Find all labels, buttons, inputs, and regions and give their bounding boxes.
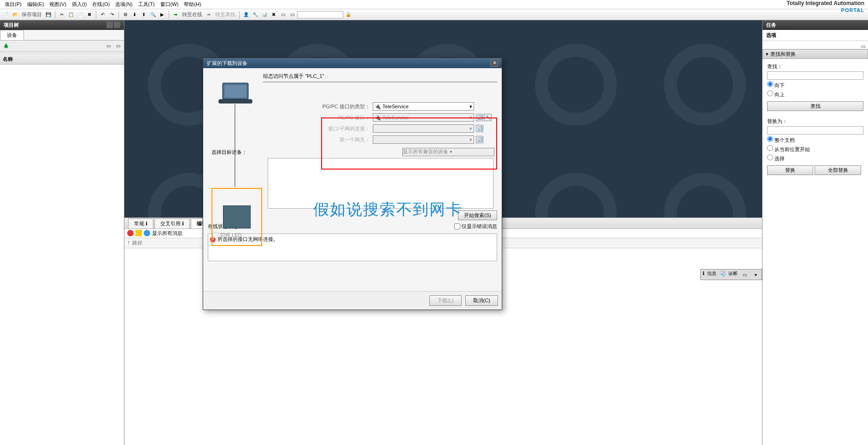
warning-filter-icon[interactable] <box>135 230 142 236</box>
tb-icon-2[interactable]: 🔧 <box>251 11 259 19</box>
go-online-button[interactable]: 转至在线 <box>181 11 204 18</box>
save-project-button[interactable]: 保存项目 <box>20 11 43 18</box>
menu-insert[interactable]: 插入(I) <box>69 0 89 9</box>
tab-crossref[interactable]: 交叉引用 ℹ <box>154 218 190 228</box>
tab-diagnostics[interactable]: 诊断 <box>728 270 738 279</box>
search-icon[interactable]: 🔍 <box>149 11 157 19</box>
redo-icon[interactable]: ↷ <box>108 11 116 19</box>
radio-down[interactable] <box>767 81 773 87</box>
tree-icon[interactable]: 🌲 <box>2 42 10 50</box>
cancel-button[interactable]: 取消(C) <box>465 295 498 306</box>
panel-collapse-icon[interactable] <box>114 22 120 28</box>
tb-icon-1[interactable]: 👤 <box>242 11 250 19</box>
replace-input[interactable] <box>767 126 863 135</box>
download-button[interactable]: 下载(L) <box>429 295 461 306</box>
tab-general[interactable]: 常规 ℹ <box>128 218 153 228</box>
delete-icon[interactable]: ✖ <box>85 11 94 19</box>
tree-header-name: 名称 <box>0 54 124 64</box>
menu-project[interactable]: 项目(P) <box>2 0 24 9</box>
gateway-label: 第一个网关： <box>322 136 373 143</box>
dialog-titlebar[interactable]: 扩展的下载到设备 ✕ <box>203 58 502 68</box>
find-replace-header[interactable]: ▾查找和替换 <box>762 49 868 59</box>
menu-bar: 项目(P) 编辑(E) 视图(V) 插入(I) 在线(O) 选项(N) 工具(T… <box>0 0 868 9</box>
radio-whole-doc[interactable] <box>767 136 773 142</box>
plug-icon: 🔌 <box>375 104 381 110</box>
interface-type-label: PG/PC 接口的类型： <box>322 103 373 110</box>
start-search-button[interactable]: 开始搜索(S) <box>458 211 497 220</box>
brand-sub-label: PORTAL <box>841 7 864 13</box>
tasks-title: 任务 <box>762 20 868 30</box>
connection-line <box>235 104 235 187</box>
project-search-input[interactable] <box>297 11 343 18</box>
download-dialog: 扩展的下载到设备 ✕ 组态访问节点属于 "PLC_1" PG/PC 接口的类型：… <box>203 58 502 310</box>
config-icon[interactable]: 🔧 <box>484 114 492 121</box>
refresh-icon[interactable]: 🔄 <box>476 114 483 121</box>
tb-icon-6[interactable]: ▭ <box>288 11 296 19</box>
find-label: 查找： <box>767 63 863 70</box>
go-offline-arrow-icon[interactable]: ➡ <box>205 11 213 19</box>
close-icon[interactable]: ✕ <box>491 59 498 67</box>
interface-type-combo[interactable]: 🔌 TeleService▾ <box>373 102 474 111</box>
copy-icon[interactable]: 📋 <box>67 11 75 19</box>
go-offline-button[interactable]: 转至离线 <box>214 11 237 18</box>
connection-label: 接口/子网的连接： <box>322 125 373 132</box>
inspector-tabs: ℹ信息 🩺诊断 ▭ ▾ <box>700 269 762 280</box>
tree-tb-icon-2[interactable]: ▭ <box>114 42 122 50</box>
dialog-title: 扩展的下载到设备 <box>207 60 247 67</box>
tab-info-icon[interactable]: ℹ <box>703 270 704 279</box>
replace-label: 替换为： <box>767 118 863 125</box>
tb-icon-4[interactable]: ✖ <box>270 11 278 19</box>
radio-from-current[interactable] <box>767 145 773 151</box>
show-all-messages[interactable]: 显示所有消息 <box>152 230 182 237</box>
brand-label: Totally Integrated Automation <box>786 0 864 6</box>
flash-led-checkbox[interactable] <box>212 232 218 238</box>
menu-tools[interactable]: 工具(T) <box>135 0 158 9</box>
menu-window[interactable]: 窗口(W) <box>158 0 182 9</box>
tb-icon-5[interactable]: ▭ <box>279 11 287 19</box>
lock-icon[interactable]: 🔒 <box>344 11 352 19</box>
refresh-icon[interactable]: 🔄 <box>476 136 483 143</box>
upload-icon[interactable]: ⬆ <box>140 11 148 19</box>
svg-rect-1 <box>224 85 246 98</box>
paste-icon[interactable]: 📄 <box>76 11 84 19</box>
new-project-icon[interactable]: 📄 <box>2 11 10 19</box>
info-filter-icon[interactable] <box>144 230 150 236</box>
target-filter-combo[interactable]: 显示所有兼容的设备 ▾ <box>402 148 494 156</box>
compile-icon[interactable]: ⚙ <box>121 11 129 19</box>
menu-options[interactable]: 选项(N) <box>112 0 135 9</box>
replace-button[interactable]: 替换 <box>767 165 813 175</box>
radio-up[interactable] <box>767 90 773 96</box>
menu-online[interactable]: 在线(O) <box>89 0 112 9</box>
tab-info[interactable]: 信息 <box>707 270 716 279</box>
gateway-combo[interactable]: ▾ <box>373 135 474 144</box>
menu-help[interactable]: 帮助(H) <box>181 0 204 9</box>
connection-combo[interactable]: ▾ <box>373 124 474 133</box>
radio-selection[interactable] <box>767 154 773 160</box>
info-icon: ℹ <box>146 221 147 226</box>
tree-tb-icon[interactable]: ▭ <box>104 42 112 50</box>
panel-btn-icon[interactable] <box>106 22 113 28</box>
menu-view[interactable]: 视图(V) <box>47 0 69 9</box>
devices-tab[interactable]: 设备 <box>0 30 24 40</box>
open-project-icon[interactable]: 📂 <box>11 11 19 19</box>
inspector-close-icon[interactable]: ▾ <box>751 270 760 279</box>
replace-all-button[interactable]: 全部替换 <box>815 165 861 175</box>
only-errors-checkbox[interactable] <box>454 223 460 229</box>
sim-icon[interactable]: ▶ <box>158 11 166 19</box>
project-tree-panel: 项目树 设备 🌲 ▭▭ 名称 <box>0 20 124 445</box>
menu-edit[interactable]: 编辑(E) <box>24 0 47 9</box>
find-input[interactable] <box>767 71 863 80</box>
tb-icon-3[interactable]: 📊 <box>260 11 269 19</box>
project-tree[interactable] <box>0 64 124 445</box>
cut-icon[interactable]: ✂ <box>58 11 66 19</box>
refresh-icon[interactable]: 🔄 <box>476 125 483 132</box>
save-icon[interactable]: 💾 <box>44 11 53 19</box>
go-online-arrow-icon[interactable]: ➡ <box>171 11 180 19</box>
tab-diag-icon[interactable]: 🩺 <box>719 270 726 279</box>
interface-combo[interactable]: 🔌 TeleService▾ <box>373 113 474 122</box>
find-button[interactable]: 查找 <box>767 101 863 111</box>
error-filter-icon[interactable] <box>127 230 134 236</box>
inspector-btn-icon[interactable]: ▭ <box>740 270 749 279</box>
undo-icon[interactable]: ↶ <box>99 11 107 19</box>
download-icon[interactable]: ⬇ <box>130 11 139 19</box>
